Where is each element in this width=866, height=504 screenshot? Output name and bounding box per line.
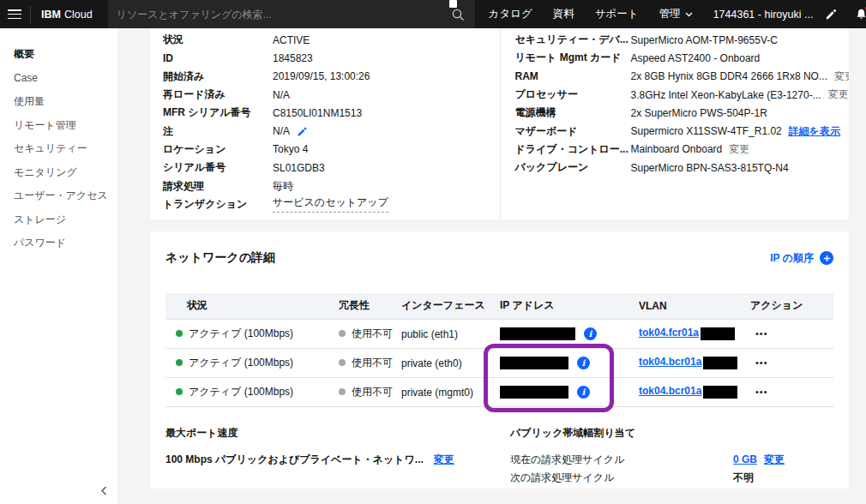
max-port-speed-title: 最大ポート速度 [165, 426, 510, 441]
chevron-down-icon [685, 12, 693, 17]
detail-value: SuperMicro BPN-SAS3-815TQ-N4 [631, 162, 789, 174]
detail-row-security-device: セキュリティー・デバ... SuperMicro AOM-TPM-9655V-C [515, 31, 850, 49]
detail-row-remote-mgmt-card: リモート Mgmt カード Aspeed AST2400 - Onboard [515, 49, 850, 67]
edit-icon[interactable] [823, 7, 839, 22]
redacted-vlan-suffix [703, 386, 737, 399]
nav-docs[interactable]: 資料 [553, 7, 574, 21]
account-menu[interactable]: 1744361 - hiroyuki ... [713, 9, 814, 21]
detail-value: Aspeed AST2400 - Onboard [631, 52, 761, 64]
nav-manage[interactable]: 管理 [659, 7, 693, 21]
view-motherboard-details-link[interactable]: 詳細を表示 [789, 124, 840, 139]
sidebar-item-user-access[interactable]: ユーザー・アクセス [0, 184, 117, 208]
detail-row-backplane: バックプレーン SuperMicro BPN-SAS3-815TQ-N4 [515, 159, 850, 177]
sidebar-item-password[interactable]: パスワード [0, 231, 117, 255]
hamburger-menu-icon[interactable] [8, 9, 21, 19]
network-table: 状況 冗長性 インターフェース IP アドレス VLAN アクション アクティブ… [165, 293, 833, 407]
interface-text: private (eth0) [401, 357, 462, 369]
screenshot-artifact [449, 0, 457, 8]
column-header-ip-address: IP アドレス [500, 293, 639, 319]
network-card-header: ネットワークの詳細 IP の順序 [165, 249, 833, 267]
current-cycle-row: 現在の請求処理サイクル 0 GB 変更 [510, 451, 833, 469]
ip-order-link[interactable]: IP の順序 [770, 251, 833, 266]
add-ip-plus-icon [820, 251, 833, 265]
redundancy-text: 使用不可 [352, 386, 393, 398]
ip-info-icon[interactable] [577, 386, 590, 399]
detail-value: SL01GDB3 [273, 162, 325, 174]
nav-manage-label: 管理 [659, 7, 681, 21]
sidebar-item-monitoring[interactable]: モニタリング [0, 161, 117, 185]
redacted-ip-address [500, 386, 568, 399]
detail-value: Supermicro X11SSW-4TF_R1.02 [631, 125, 782, 137]
max-port-speed-value: 100 Mbps パブリックおよびプライベート・ネットワ... [165, 453, 424, 467]
vlan-link[interactable]: tok04.fcr01a [639, 327, 699, 339]
sidebar-item-label: セキュリティー [14, 141, 87, 156]
interface-text: public (eth1) [401, 327, 458, 339]
row-overflow-menu-icon[interactable] [750, 326, 773, 341]
sidebar-item-storage[interactable]: ストレージ [0, 208, 117, 232]
column-header-vlan: VLAN [639, 293, 750, 319]
detail-value: C8150LI01NM1513 [273, 107, 362, 119]
sidebar-item-usage[interactable]: 使用量 [0, 90, 117, 114]
sidebar-item-label: パスワード [14, 236, 66, 250]
notifications-bell-icon[interactable] [853, 7, 866, 22]
edit-note-pencil-icon[interactable] [297, 126, 308, 137]
sidebar-item-remote-management[interactable]: リモート管理 [0, 114, 117, 138]
vlan-link[interactable]: tok04.bcr01a [639, 385, 701, 397]
redacted-ip-address [500, 357, 568, 369]
search-icon[interactable] [449, 6, 466, 23]
nav-catalog-label: カタログ [489, 7, 532, 21]
detail-row-mfr-serial: MFR シリアル番号 C8150LI01NM1513 [163, 104, 500, 122]
network-details-card: ネットワークの詳細 IP の順序 状況 冗長性 インターフェース IP アドレス [150, 231, 849, 489]
column-header-action: アクション [750, 293, 833, 319]
detail-label: トランザクション [163, 197, 273, 212]
sidebar-item-label: Case [14, 72, 38, 84]
row-overflow-menu-icon[interactable] [750, 384, 773, 399]
nav-catalog[interactable]: カタログ [489, 7, 532, 21]
current-cycle-label: 現在の請求処理サイクル [510, 453, 733, 467]
change-port-speed-link[interactable]: 変更 [434, 453, 454, 467]
header-divider [30, 6, 31, 23]
detail-value: ACTIVE [273, 34, 310, 46]
detail-label: 注 [163, 124, 273, 139]
current-cycle-value-link[interactable]: 0 GB [733, 453, 757, 465]
detail-label: 状況 [163, 33, 273, 47]
status-dot-active [176, 330, 183, 337]
change-bandwidth-link[interactable]: 変更 [764, 453, 785, 467]
status-text: アクティブ (100Mbps) [189, 357, 293, 369]
ip-info-icon[interactable] [584, 327, 597, 340]
column-header-redundancy: 冗長性 [339, 293, 401, 319]
sidebar-collapse-chevron-left-icon[interactable] [95, 480, 112, 502]
ibm-cloud-logo[interactable]: IBMCloud [41, 9, 93, 21]
change-processor-link[interactable]: 変更 [828, 87, 849, 102]
change-ram-link[interactable]: 変更 [834, 69, 849, 84]
redacted-vlan-suffix [703, 357, 737, 369]
detail-row-processor: プロセッサー 3.8GHz Intel Xeon-KabyLake (E3-12… [515, 86, 850, 104]
sidebar-item-overview[interactable]: 概要 [0, 43, 117, 67]
detail-row-reloaded: 再ロード済み N/A [163, 86, 500, 104]
table-row-private-mgmt0: アクティブ (100Mbps) 使用不可 private (mgmt0) tok… [165, 377, 833, 406]
nav-support[interactable]: サポート [595, 7, 639, 21]
detail-value: 2x 8GB Hynix 8GB DDR4 2666 1Rx8 NO... [631, 70, 827, 82]
transaction-value-tooltip[interactable]: サービスのセットアップ [273, 195, 388, 213]
sidebar-item-security[interactable]: セキュリティー [0, 137, 117, 161]
vlan-link[interactable]: tok04.bcr01a [639, 356, 701, 368]
detail-value: SuperMicro AOM-TPM-9655V-C [631, 34, 778, 46]
detail-value: 毎時 [273, 179, 293, 194]
detail-value: Tokyo 4 [273, 143, 308, 155]
detail-label: バックプレーン [515, 160, 631, 175]
ip-order-label: IP の順序 [770, 251, 814, 266]
ip-info-icon[interactable] [577, 357, 590, 369]
sidebar: 概要 Case 使用量 リモート管理 セキュリティー モニタリング ユーザー・ア… [0, 28, 117, 504]
detail-label: MFR シリアル番号 [163, 105, 273, 120]
nav-docs-label: 資料 [553, 7, 574, 21]
search-input[interactable] [117, 9, 449, 21]
detail-row-started: 開始済み 2019/09/15, 13:00:26 [163, 68, 500, 86]
sidebar-item-case[interactable]: Case [0, 67, 117, 91]
row-overflow-menu-icon[interactable] [750, 355, 773, 370]
detail-row-billing: 請求処理 毎時 [163, 177, 500, 195]
detail-label: シリアル番号 [163, 160, 273, 175]
next-cycle-label: 次の請求処理サイクル [510, 471, 733, 485]
change-drive-controller-link[interactable]: 変更 [729, 142, 749, 157]
status-text: アクティブ (100Mbps) [189, 386, 293, 398]
detail-label: ID [163, 52, 273, 64]
